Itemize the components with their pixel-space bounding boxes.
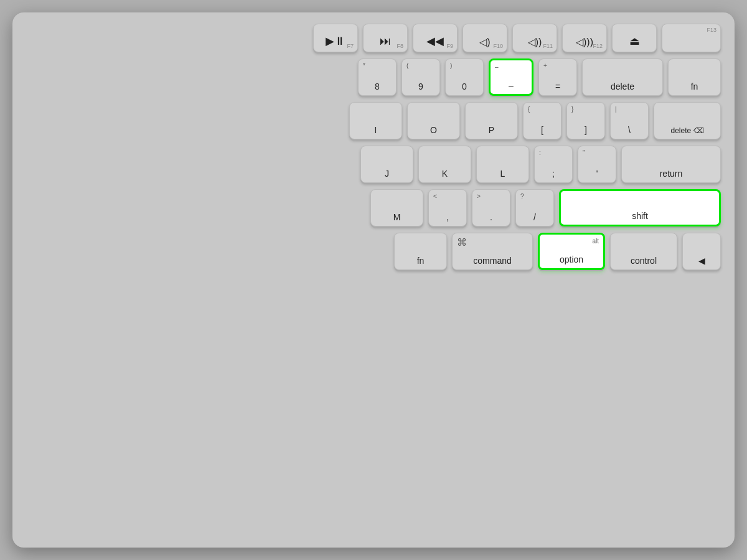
key-p[interactable]: P — [465, 102, 518, 139]
key-l[interactable]: L — [476, 146, 529, 183]
key-f8-icon: ⏭ — [380, 35, 391, 48]
key-f7-icon: ▶⏸ — [326, 35, 345, 48]
num-row: * 8 ( 9 ) 0 – – + = delete fn — [26, 58, 721, 96]
key-k[interactable]: K — [418, 146, 471, 183]
key-slash[interactable]: ? / — [515, 189, 554, 226]
key-f8[interactable]: ⏭ F8 — [363, 24, 408, 52]
key-semicolon[interactable]: : ; — [534, 146, 573, 183]
key-option[interactable]: alt option — [538, 233, 605, 270]
key-f9[interactable]: ◀◀ F9 — [413, 24, 458, 52]
key-delete[interactable]: delete — [582, 58, 663, 96]
key-option-label: option — [560, 255, 583, 264]
bottom-row: fn ⌘ command alt option control ◀ — [26, 233, 721, 270]
key-m[interactable]: M — [370, 189, 423, 226]
key-f10[interactable]: ◁) F10 — [463, 24, 507, 52]
bot-letters-row: M < , > . ? / shift — [26, 189, 721, 226]
key-shift-right[interactable]: shift — [559, 189, 721, 226]
key-f9-icon: ◀◀ — [426, 35, 444, 48]
key-f7[interactable]: ▶⏸ F7 — [313, 24, 358, 52]
key-equals[interactable]: + = — [538, 58, 577, 96]
key-open-bracket[interactable]: { [ — [523, 102, 561, 139]
key-backslash[interactable]: | \ — [610, 102, 649, 139]
key-o[interactable]: O — [407, 102, 460, 139]
keyboard: ▶⏸ F7 ⏭ F8 ◀◀ F9 ◁) F10 ◁)) F11 ◁))) F12… — [12, 12, 735, 548]
key-fn-bottom[interactable]: fn — [394, 233, 447, 270]
key-f12-icon: ◁))) — [576, 37, 593, 48]
key-close-bracket[interactable]: } ] — [566, 102, 605, 139]
key-i[interactable]: I — [349, 102, 402, 139]
key-f11-icon: ◁)) — [528, 37, 542, 48]
key-command[interactable]: ⌘ command — [452, 233, 533, 270]
key-control[interactable]: control — [610, 233, 677, 270]
top-letters-row: I O P { [ } ] | \ delete ⌫ — [26, 102, 721, 139]
key-fn[interactable]: fn — [668, 58, 721, 96]
key-eject-icon: ⏏ — [629, 35, 640, 48]
key-f13[interactable]: F13 — [662, 24, 721, 52]
key-minus[interactable]: – – — [489, 58, 533, 96]
mid-letters-row: J K L : ; " ' return — [26, 146, 721, 183]
key-8[interactable]: * 8 — [358, 58, 397, 96]
key-9[interactable]: ( 9 — [402, 58, 440, 96]
key-comma[interactable]: < , — [428, 189, 467, 226]
key-f11[interactable]: ◁)) F11 — [512, 24, 557, 52]
key-quote[interactable]: " ' — [578, 146, 616, 183]
key-arrow-left[interactable]: ◀ — [682, 233, 721, 270]
key-option-alt-label: alt — [592, 238, 599, 245]
fn-row: ▶⏸ F7 ⏭ F8 ◀◀ F9 ◁) F10 ◁)) F11 ◁))) F12… — [26, 24, 721, 52]
key-delete-forward[interactable]: delete ⌫ — [654, 102, 721, 139]
key-0[interactable]: ) 0 — [445, 58, 484, 96]
key-j[interactable]: J — [360, 146, 413, 183]
key-eject[interactable]: ⏏ — [612, 24, 657, 52]
key-return[interactable]: return — [621, 146, 721, 183]
key-f10-icon: ◁) — [479, 37, 490, 48]
key-f12[interactable]: ◁))) F12 — [562, 24, 607, 52]
key-period[interactable]: > . — [472, 189, 510, 226]
